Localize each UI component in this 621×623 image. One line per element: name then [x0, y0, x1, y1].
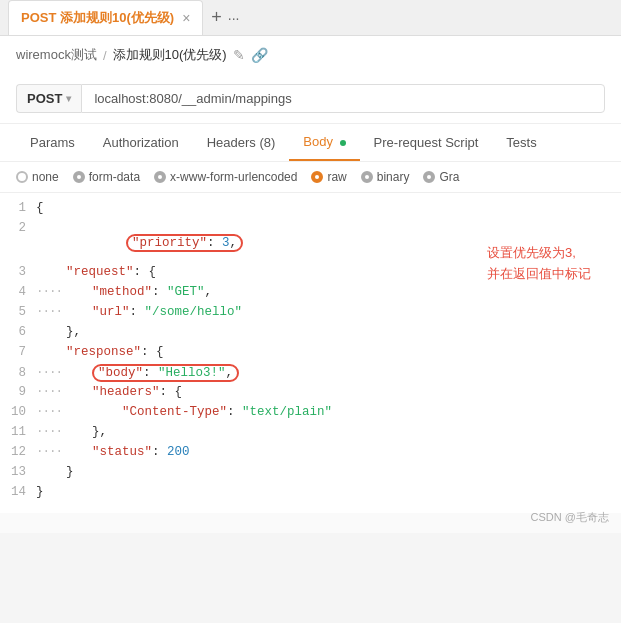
line-content-8: ···· "body": "Hello3!", — [36, 365, 621, 381]
more-tabs-button[interactable]: ··· — [228, 10, 240, 26]
line-content-1: { — [36, 201, 621, 215]
body-type-raw[interactable]: raw — [311, 170, 346, 184]
breadcrumb: wiremock测试 / 添加规则10(优先级) ✎ 🔗 — [0, 36, 621, 74]
tab-body[interactable]: Body — [289, 124, 359, 161]
body-type-urlencoded[interactable]: x-www-form-urlencoded — [154, 170, 297, 184]
line-content-6: }, — [36, 325, 621, 339]
code-line-6: 6 }, — [0, 325, 621, 345]
body-highlight: "body": "Hello3!", — [92, 364, 239, 382]
line-num-3: 3 — [0, 265, 36, 279]
line-content-9: ···· "headers": { — [36, 385, 621, 399]
active-tab[interactable]: POST 添加规则10(优先级) × — [8, 0, 203, 35]
code-line-10: 10 ···· "Content-Type": "text/plain" — [0, 405, 621, 425]
line-num-6: 6 — [0, 325, 36, 339]
method-chevron-icon: ▾ — [66, 93, 71, 104]
breadcrumb-current: 添加规则10(优先级) — [113, 46, 227, 64]
code-line-8: 8 ···· "body": "Hello3!", — [0, 365, 621, 385]
line-content-14: } — [36, 485, 621, 499]
line-num-7: 7 — [0, 345, 36, 359]
annotation: 设置优先级为3, 并在返回值中标记 — [487, 243, 591, 285]
code-editor[interactable]: 1 { 2 "priority": 3, 3 "request": { 4 ··… — [0, 193, 621, 513]
line-content-13: } — [36, 465, 621, 479]
url-input[interactable] — [81, 84, 605, 113]
line-content-7: "response": { — [36, 345, 621, 359]
tab-bar: POST 添加规则10(优先级) × + ··· — [0, 0, 621, 36]
radio-binary — [361, 171, 373, 183]
line-content-5: ···· "url": "/some/hello" — [36, 305, 621, 319]
tab-tests[interactable]: Tests — [492, 125, 550, 160]
tab-close-icon[interactable]: × — [182, 10, 190, 26]
radio-formdata — [73, 171, 85, 183]
watermark: CSDN @毛奇志 — [531, 510, 609, 525]
line-content-4: ···· "method": "GET", — [36, 285, 621, 299]
line-num-14: 14 — [0, 485, 36, 499]
radio-graphql — [423, 171, 435, 183]
line-num-9: 9 — [0, 385, 36, 399]
line-num-2: 2 — [0, 221, 36, 235]
breadcrumb-sep: / — [103, 48, 107, 63]
code-line-9: 9 ···· "headers": { — [0, 385, 621, 405]
link-icon[interactable]: 🔗 — [251, 47, 268, 63]
line-num-1: 1 — [0, 201, 36, 215]
body-type-formdata[interactable]: form-data — [73, 170, 140, 184]
edit-icon[interactable]: ✎ — [233, 47, 245, 63]
line-num-10: 10 — [0, 405, 36, 419]
line-content-10: ···· "Content-Type": "text/plain" — [36, 405, 621, 419]
url-bar: POST ▾ — [0, 74, 621, 124]
tab-method-badge: POST 添加规则10(优先级) — [21, 9, 174, 27]
body-type-selector: none form-data x-www-form-urlencoded raw… — [0, 162, 621, 193]
annotation-line2: 并在返回值中标记 — [487, 264, 591, 285]
body-type-binary[interactable]: binary — [361, 170, 410, 184]
new-tab-button[interactable]: + — [211, 7, 222, 28]
priority-highlight: "priority": 3, — [126, 234, 243, 252]
code-line-5: 5 ···· "url": "/some/hello" — [0, 305, 621, 325]
line-num-5: 5 — [0, 305, 36, 319]
code-line-11: 11 ···· }, — [0, 425, 621, 445]
annotation-line1: 设置优先级为3, — [487, 243, 591, 264]
tab-headers[interactable]: Headers (8) — [193, 125, 290, 160]
line-num-4: 4 — [0, 285, 36, 299]
line-num-12: 12 — [0, 445, 36, 459]
line-num-13: 13 — [0, 465, 36, 479]
line-num-11: 11 — [0, 425, 36, 439]
tab-params[interactable]: Params — [16, 125, 89, 160]
tab-pre-request[interactable]: Pre-request Script — [360, 125, 493, 160]
method-select[interactable]: POST ▾ — [16, 84, 81, 113]
code-line-14: 14 } — [0, 485, 621, 505]
line-content-11: ···· }, — [36, 425, 621, 439]
code-line-1: 1 { — [0, 201, 621, 221]
body-type-graphql[interactable]: Gra — [423, 170, 459, 184]
line-content-12: ···· "status": 200 — [36, 445, 621, 459]
radio-none — [16, 171, 28, 183]
code-line-4: 4 ···· "method": "GET", — [0, 285, 621, 305]
code-line-12: 12 ···· "status": 200 — [0, 445, 621, 465]
body-type-none[interactable]: none — [16, 170, 59, 184]
request-tabs: Params Authorization Headers (8) Body Pr… — [0, 124, 621, 162]
tab-authorization[interactable]: Authorization — [89, 125, 193, 160]
code-line-13: 13 } — [0, 465, 621, 485]
body-filled-dot — [340, 140, 346, 146]
code-editor-area: 1 { 2 "priority": 3, 3 "request": { 4 ··… — [0, 193, 621, 533]
line-num-8: 8 — [0, 366, 36, 380]
code-line-7: 7 "response": { — [0, 345, 621, 365]
method-label: POST — [27, 91, 62, 106]
radio-raw — [311, 171, 323, 183]
breadcrumb-root[interactable]: wiremock测试 — [16, 46, 97, 64]
radio-urlencoded — [154, 171, 166, 183]
